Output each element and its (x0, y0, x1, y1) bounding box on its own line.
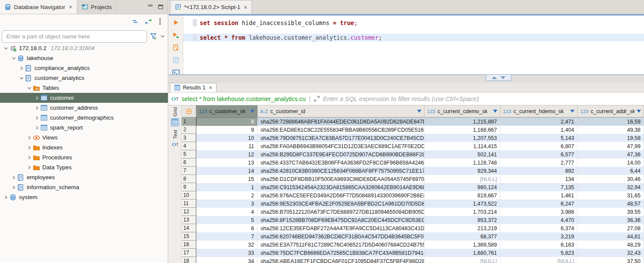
close-icon[interactable]: × (69, 3, 72, 10)
tree-item-customer-demographics[interactable]: customer_demographics (0, 113, 168, 123)
cell-c_current_addr_sk[interactable]: 32,94 (578, 183, 644, 191)
row-number[interactable]: 10 (182, 191, 196, 200)
cell-c_current_cdemo_sk[interactable]: 213,219 (424, 224, 500, 232)
code-area[interactable]: set session hide_inaccessible_columns = … (183, 16, 644, 74)
cell-c_current_addr_sk[interactable]: 47,99 (578, 142, 644, 150)
expand-filter-icon[interactable] (314, 95, 320, 102)
execute-script-icon[interactable] (172, 44, 180, 51)
collapse-down-icon[interactable] (500, 76, 506, 79)
chevron-right-icon[interactable] (10, 185, 17, 190)
cell-c_current_addr_sk[interactable]: 16,59 (578, 117, 644, 126)
tree-item-172-18-0-2[interactable]: 172.18.0.2172.18.0.2:31604 (0, 43, 168, 53)
explain-plan-icon[interactable] (172, 57, 180, 63)
sql-editor[interactable]: set session hide_inaccessible_columns = … (169, 16, 644, 74)
cell-c_current_addr_sk[interactable]: 49,38 (578, 126, 644, 134)
cell-c_customer_id[interactable]: sha256:72888646ABF61FA044EDEC061D6DA5A09… (258, 117, 424, 126)
cell-c_customer_id[interactable]: sha256:8F1528BB708DF69EB475DC92A8C20EC44… (258, 216, 424, 224)
close-icon[interactable]: × (209, 84, 212, 91)
row-number[interactable]: 15 (182, 232, 196, 241)
row-number[interactable]: 4 (182, 142, 196, 150)
chevron-down-icon[interactable] (10, 56, 17, 60)
cell-c_customer_sk[interactable]: 9 (196, 126, 258, 134)
splitter-collapse-control[interactable] (486, 74, 512, 81)
cell-c_current_addr_sk[interactable]: 14,00 (578, 158, 644, 167)
cell-c_current_hdemo_sk[interactable]: 2,777 (500, 158, 578, 167)
cell-c_current_hdemo_sk[interactable]: 1,461 (500, 191, 578, 200)
cell-c_customer_sk[interactable]: 13 (196, 158, 258, 167)
tree-item-data-types[interactable]: Data Types (0, 162, 168, 172)
presentation-tab-grid[interactable]: Grid (171, 107, 179, 127)
cell-c_customer_sk[interactable]: 4 (196, 208, 258, 216)
cell-c_current_hdemo_sk[interactable]: 134 (500, 175, 578, 183)
tab-results-1[interactable]: Results 1 × (170, 83, 217, 92)
code-line[interactable]: set session hide_inaccessible_columns = … (183, 19, 644, 27)
chevron-right-icon[interactable] (34, 116, 41, 120)
cell-c_current_addr_sk[interactable]: 48,29 (578, 241, 644, 249)
cell-c_customer_id[interactable]: sha256:876ACE5EFED349A2D56F77D5084891433… (258, 191, 424, 200)
cell-c_customer_id[interactable]: sha256:4337C7AB6432E3B06FF4A3636FD2F8CC8… (258, 158, 424, 167)
cell-c_customer_id[interactable]: sha256:ABEA16E7F1FCBDCA6F01CF1095D84F37C… (258, 257, 424, 263)
cell-c_customer_sk[interactable]: 1 (196, 183, 258, 191)
cell-c_current_cdemo_sk[interactable]: 1,207,553 (424, 134, 500, 142)
cell-c_customer_sk[interactable]: 15 (196, 175, 258, 183)
cell-c_customer_sk[interactable]: 2 (196, 191, 258, 200)
cell-c_customer_sk[interactable]: 6 (196, 224, 258, 232)
column-menu-arrow-icon[interactable] (493, 110, 497, 113)
tree-item-compliance-analytics[interactable]: compliance_analytics (0, 63, 168, 73)
cell-c_current_hdemo_sk[interactable]: 3,986 (500, 208, 578, 216)
column-header-c_current_hdemo_sk[interactable]: 123c_current_hdemo_sk (500, 105, 578, 117)
cell-c_current_hdemo_sk[interactable]: 7,135 (500, 183, 578, 191)
row-number[interactable]: 5 (182, 150, 196, 158)
cell-c_customer_sk[interactable]: 10 (196, 134, 258, 142)
code-line[interactable]: select * from lakehouse.customer_analyti… (183, 34, 644, 41)
chevron-right-icon[interactable] (26, 146, 33, 150)
cell-c_current_cdemo_sk[interactable]: 68,377 (424, 232, 500, 241)
chevron-right-icon[interactable] (26, 136, 33, 140)
cell-c_current_hdemo_sk[interactable]: 4,470 (500, 216, 578, 224)
row-number[interactable]: 2 (182, 126, 196, 134)
cell-c_customer_sk[interactable]: 7 (196, 232, 258, 241)
tree-item-tables[interactable]: Tables (0, 83, 168, 93)
filter-expression-input[interactable]: Enter a SQL expression to filter results… (323, 95, 479, 102)
cell-c_current_cdemo_sk[interactable]: 1,473,522 (424, 200, 500, 208)
row-number[interactable]: 7 (182, 167, 196, 175)
column-header-c_customer_id[interactable]: A-Zc_customer_id (258, 105, 424, 117)
execute-new-tab-icon[interactable] (172, 32, 180, 38)
chevron-down-icon[interactable] (18, 76, 25, 80)
cell-c_current_cdemo_sk[interactable]: 1,168,667 (424, 126, 500, 134)
cell-c_current_cdemo_sk[interactable]: 980,124 (424, 183, 500, 191)
row-number[interactable]: 6 (182, 158, 196, 167)
cell-c_customer_sk[interactable]: 3 (196, 200, 258, 208)
column-menu-arrow-icon[interactable] (250, 110, 254, 113)
link-with-editor-icon[interactable] (145, 19, 152, 25)
cell-c_customer_sk[interactable]: 5 (196, 216, 258, 224)
close-icon[interactable]: × (244, 4, 247, 11)
cell-c_customer_sk[interactable]: 14 (196, 167, 258, 175)
result-grid[interactable]: 123c_customer_skA-Zc_customer_id123c_cur… (182, 105, 644, 263)
result-set-reference[interactable]: select * from lakehouse.customer_analyti… (182, 95, 306, 102)
cell-c_current_addr_sk[interactable]: 6,44 (578, 167, 644, 175)
chevron-down-icon[interactable] (3, 46, 9, 51)
cell-c_current_addr_sk[interactable]: 19,58 (578, 134, 644, 142)
column-header-c_current_addr_sk[interactable]: 123c_current_addr_sk (578, 105, 644, 117)
cell-c_customer_id[interactable]: sha256:D1CDF8DBB10F500EA9693C86DE6DEAA05… (258, 175, 424, 183)
cell-c_customer_sk[interactable]: 33 (196, 249, 258, 257)
cell-c_current_hdemo_sk[interactable]: 5,823 (500, 249, 578, 257)
tab-script-1[interactable]: *<172.18.0.2> Script-1 × (170, 0, 252, 14)
object-search-input[interactable] (6, 33, 142, 40)
tree-item-procedures[interactable]: Procedures (0, 152, 168, 162)
cell-c_customer_sk[interactable]: 32 (196, 241, 258, 249)
chevron-right-icon[interactable] (34, 96, 41, 100)
cell-c_current_cdemo_sk[interactable]: 1,128,748 (424, 158, 500, 167)
cell-c_customer_id[interactable]: sha256:B705122120A673FC7DE6889727DB11809… (258, 208, 424, 216)
tree-item-indexes[interactable]: Indexes (0, 143, 168, 152)
execute-statement-icon[interactable] (172, 19, 180, 26)
row-number[interactable]: 3 (182, 134, 196, 142)
cell-c_current_addr_sk[interactable]: 48,57 (578, 200, 644, 208)
chevron-down-icon[interactable] (26, 86, 33, 90)
cell-c_customer_id[interactable]: sha256:E3A77511F81C7289C76C4065217D5D406… (258, 241, 424, 249)
cell-c_customer_id[interactable]: sha256:75DC7FCB6686EDA72565C1B838CA7FC43… (258, 249, 424, 257)
column-menu-arrow-icon[interactable] (637, 110, 641, 113)
row-number[interactable]: 18 (182, 257, 196, 263)
cell-c_current_cdemo_sk[interactable]: [NULL] (424, 257, 500, 263)
